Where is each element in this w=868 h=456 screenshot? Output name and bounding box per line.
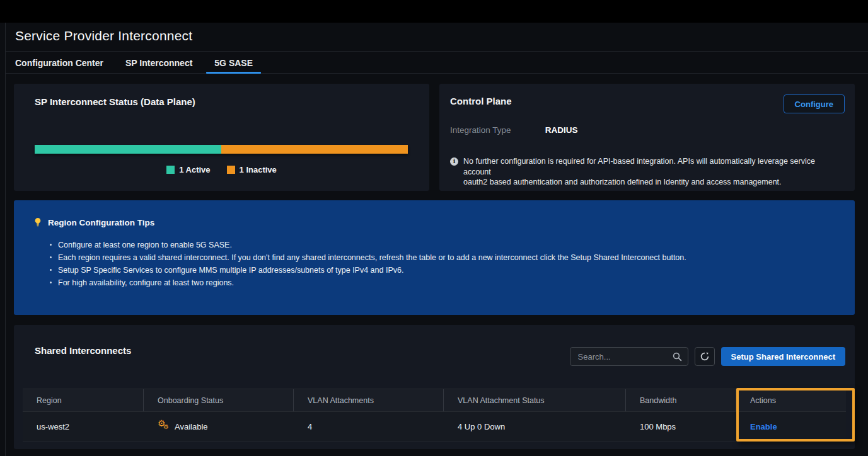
shared-interconnects-title: Shared Interconnects (35, 345, 131, 356)
setup-shared-interconnect-button[interactable]: Setup Shared Interconnect (721, 347, 845, 366)
cell-vlan-attachments: 4 (294, 412, 444, 441)
shared-toolbar: Setup Shared Interconnect (570, 347, 845, 366)
search-input[interactable] (570, 348, 688, 365)
cell-vlan-attachment-status: 4 Up 0 Down (444, 412, 626, 441)
legend-item-inactive: 1 Inactive (227, 165, 277, 174)
page-title: Service Provider Interconnect (6, 23, 868, 43)
status-legend: 1 Active 1 Inactive (14, 165, 429, 174)
tips-title-row: Region Configuration Tips (33, 217, 154, 227)
region-configuration-tips-banner: Region Configuration Tips Configure at l… (14, 200, 855, 315)
tab-bar: Configuration Center SP Interconnect 5G … (6, 52, 868, 74)
tip-item: For high availability, configure at leas… (49, 278, 686, 291)
cell-onboarding-status: ⚙ ⚙ Available (144, 412, 294, 441)
app-screen: Service Provider Interconnect Configurat… (0, 0, 868, 456)
table-header-row: Region Onboarding Status VLAN Attachment… (23, 389, 846, 412)
column-header-bandwidth[interactable]: Bandwidth (626, 389, 736, 411)
legend-active-label: 1 Active (179, 165, 210, 174)
column-header-actions[interactable]: Actions (736, 389, 846, 411)
search-box (570, 347, 688, 366)
integration-type-value: RADIUS (545, 125, 578, 135)
search-icon[interactable] (672, 351, 683, 362)
api-integration-note-text: No further configuration is required for… (463, 156, 841, 188)
refresh-button[interactable] (695, 347, 715, 366)
status-card-title: SP Interconnect Status (Data Plane) (35, 96, 195, 107)
inactive-swatch-icon (227, 166, 235, 174)
integration-type-row: Integration Type RADIUS (450, 125, 578, 135)
content-left-divider (5, 23, 6, 456)
table-row: us-west2 ⚙ ⚙ Available 4 4 Up 0 Down 100… (23, 412, 846, 442)
bar-segment-inactive (221, 145, 408, 154)
top-app-bar (0, 0, 868, 23)
active-swatch-icon (166, 166, 175, 174)
column-header-vlan-attachment-status[interactable]: VLAN Attachment Status (444, 389, 626, 411)
configure-button[interactable]: Configure (784, 94, 845, 113)
bar-segment-active (35, 145, 221, 154)
shared-interconnects-table: Region Onboarding Status VLAN Attachment… (23, 389, 846, 442)
cell-region: us-west2 (23, 412, 144, 441)
refresh-icon (700, 351, 710, 362)
control-plane-card: Control Plane Configure Integration Type… (439, 84, 855, 191)
services-gear-icon: ⚙ ⚙ (158, 421, 171, 432)
tips-title: Region Configuration Tips (48, 218, 154, 227)
column-header-onboarding-status[interactable]: Onboarding Status (144, 389, 294, 411)
cell-bandwidth: 100 Mbps (626, 412, 736, 441)
onboarding-status-text: Available (175, 422, 208, 431)
column-header-region[interactable]: Region (23, 389, 144, 411)
tip-item: Each region requires a valid shared inte… (49, 253, 686, 266)
tab-5g-sase[interactable]: 5G SASE (206, 52, 261, 73)
column-header-vlan-attachments[interactable]: VLAN Attachments (294, 389, 444, 411)
tip-item: Setup SP Specific Services to configure … (49, 266, 686, 278)
legend-inactive-label: 1 Inactive (240, 165, 277, 174)
tab-sp-interconnect[interactable]: SP Interconnect (117, 52, 200, 73)
sp-interconnect-status-card: SP Interconnect Status (Data Plane) 1 Ac… (14, 84, 429, 191)
tab-configuration-center[interactable]: Configuration Center (7, 52, 112, 73)
tip-item: Configure at least one region to enable … (49, 241, 686, 253)
page-header: Service Provider Interconnect (6, 23, 868, 52)
status-stacked-bar (35, 145, 408, 154)
integration-type-label: Integration Type (450, 125, 543, 135)
tips-list: Configure at least one region to enable … (49, 241, 686, 291)
lightbulb-icon (33, 217, 42, 227)
api-integration-note: No further configuration is required for… (450, 156, 841, 188)
info-icon (450, 157, 458, 166)
legend-item-active: 1 Active (166, 165, 210, 174)
shared-interconnects-card: Shared Interconnects Setup Shared Interc… (14, 325, 855, 449)
cell-actions: Enable (736, 412, 846, 441)
control-plane-title: Control Plane (450, 96, 512, 106)
enable-action-link[interactable]: Enable (750, 422, 777, 431)
